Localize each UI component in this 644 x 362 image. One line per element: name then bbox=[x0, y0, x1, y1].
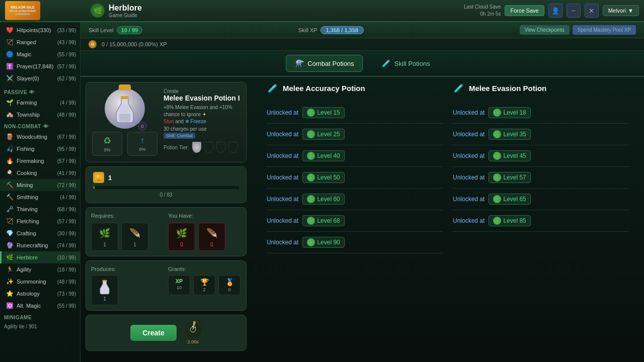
have-feather: 🪶 0 bbox=[198, 223, 225, 251]
xp-badge: 1,358 / 1,358 bbox=[320, 26, 364, 34]
minigame-section-label: MINIGAME bbox=[0, 312, 80, 322]
sidebar-item-runecrafting[interactable]: 🔮 Runecrafting (74 / 99) bbox=[0, 239, 80, 251]
sidebar-item-cooking[interactable]: 🍳 Cooking (41 / 99) bbox=[0, 167, 80, 179]
grants-items: XP 10 🏆 2 🏅 0 bbox=[168, 275, 241, 295]
content-area: Skill Level 10 / 99 Skill XP 1,358 / 1,3… bbox=[80, 22, 644, 362]
unlock-row: Unlocked at 🌿 Level 45 bbox=[453, 145, 629, 167]
sidebar-item-township[interactable]: 🏘️ Township (48 / 99) bbox=[0, 109, 80, 121]
runecrafting-icon: 🔮 bbox=[6, 241, 14, 249]
farming-icon: 🌱 bbox=[6, 99, 14, 107]
bottom-content: 0 ♻ 0% ↑ 0% bbox=[80, 77, 644, 362]
sidebar-item-magic[interactable]: 🔵 Magic (55 / 99) bbox=[0, 48, 80, 60]
magic-icon: 🔵 bbox=[6, 50, 14, 58]
mastery-orb-icon: ⊙ bbox=[89, 40, 97, 48]
unlock-row: Unlocked at 🌿 Level 50 bbox=[267, 167, 443, 189]
sidebar-item-hitpoints[interactable]: ❤️ Hitpoints(330) (33 / 99) bbox=[0, 24, 80, 36]
eye-icon[interactable]: 👁 bbox=[29, 89, 35, 95]
slayer-icon: ⚔️ bbox=[6, 74, 14, 82]
sidebar-item-woodcutting[interactable]: 🪵 Woodcutting (67 / 99) bbox=[0, 131, 80, 143]
sidebar-item-prayer[interactable]: ✝️ Prayer(17,848) (57 / 99) bbox=[0, 60, 80, 72]
mastery-bar-fill bbox=[93, 186, 95, 189]
sidebar-item-firemaking[interactable]: 🔥 Firemaking (57 / 99) bbox=[0, 155, 80, 167]
create-button[interactable]: Create bbox=[130, 325, 177, 341]
sidebar-item-fishing[interactable]: 🎣 Fishing (95 / 99) bbox=[0, 143, 80, 155]
tier-flask-2 bbox=[204, 142, 213, 153]
sidebar-item-herblore[interactable]: 🌿 Herblore (10 / 99) bbox=[0, 251, 80, 263]
level-leaf-icon: 🌿 bbox=[307, 238, 315, 246]
spend-mastery-pool-button[interactable]: Spend Mastery Pool XP bbox=[573, 25, 636, 35]
profile-dropdown[interactable]: Melvori ▼ bbox=[603, 5, 639, 16]
col2-unlock-list: Unlocked at 🌿 Level 18 Unlocked at 🌿 Lev… bbox=[453, 102, 629, 232]
sidebar-item-crafting[interactable]: 💎 Crafting (30 / 99) bbox=[0, 227, 80, 239]
melee-accuracy-column: 🧪 Melee Accuracy Potion Unlocked at 🌿 Le… bbox=[262, 82, 448, 253]
fletching-icon: 🏹 bbox=[6, 217, 14, 225]
minus-button[interactable]: − bbox=[567, 4, 581, 18]
mastery-card: 🏆 1 0 / 83 bbox=[86, 166, 247, 203]
agility-icon: 🏃 bbox=[6, 265, 14, 274]
ingredient-feather: 🪶 1 bbox=[121, 223, 148, 251]
sidebar-item-alt-magic[interactable]: 🔯 Alt. Magic (55 / 99) bbox=[0, 300, 80, 312]
force-save-button[interactable]: Force Save bbox=[505, 5, 544, 16]
skill-potion-icon: 🧪 bbox=[381, 58, 391, 68]
sidebar-item-farming[interactable]: 🌱 Farming (4 / 99) bbox=[0, 97, 80, 109]
recycle-button[interactable]: ♻ 0% bbox=[92, 132, 122, 156]
sidebar-item-astrology[interactable]: ⭐ Astrology (73 / 99) bbox=[0, 288, 80, 300]
unlock-row: Unlocked at 🌿 Level 65 bbox=[453, 189, 629, 210]
logo-area: MELVOR IDLE ATLAS of DISCOVERY EXPANSION bbox=[5, 1, 86, 20]
game-guide-label: Game Guide bbox=[109, 13, 142, 18]
sidebar-item-agility[interactable]: 🏃 Agility (18 / 99) bbox=[0, 263, 80, 276]
astrology-icon: ⭐ bbox=[6, 290, 14, 298]
gift-icon: ↑ bbox=[140, 135, 145, 146]
sidebar: ❤️ Hitpoints(330) (33 / 99) 🏹 Ranged (43… bbox=[0, 22, 80, 362]
unlock-row: Unlocked at 🌿 Level 25 bbox=[267, 124, 443, 145]
level-badge: 🌿 Level 35 bbox=[489, 129, 530, 140]
passive-section-label: PASSIVE 👁 bbox=[0, 86, 80, 97]
chevron-down-icon: ▼ bbox=[628, 8, 633, 14]
col1-title: 🧪 Melee Accuracy Potion bbox=[267, 82, 443, 94]
sidebar-item-fletching[interactable]: 🏹 Fletching (57 / 99) bbox=[0, 215, 80, 227]
create-row: Create ⏱ 2.00s bbox=[86, 315, 247, 351]
unlock-row: Unlocked at 🌿 Level 60 bbox=[267, 189, 443, 210]
level-badge: 🌿 Level 68 bbox=[302, 215, 344, 226]
skill-bar-buttons: View Checkpoints Spend Mastery Pool XP bbox=[520, 25, 636, 35]
close-button[interactable]: ✕ bbox=[585, 4, 599, 18]
tabs-row: ⚗️ Combat Potions 🧪 Skill Potions bbox=[80, 51, 644, 77]
sidebar-item-thieving[interactable]: 🗝️ Thieving (68 / 99) bbox=[0, 203, 80, 215]
mastery-bar-track bbox=[93, 186, 239, 189]
tab-combat-potions[interactable]: ⚗️ Combat Potions bbox=[286, 55, 363, 72]
combat-potion-icon: ⚗️ bbox=[294, 58, 304, 68]
eye2-icon[interactable]: 👁 bbox=[43, 124, 49, 129]
unlock-row: Unlocked at 🌿 Level 15 bbox=[267, 102, 443, 124]
herblore-icon: 🌿 bbox=[6, 253, 14, 261]
right-panel: 🧪 Melee Accuracy Potion Unlocked at 🌿 Le… bbox=[252, 77, 644, 362]
svg-rect-0 bbox=[121, 96, 129, 99]
tier-flask-1 bbox=[192, 142, 201, 153]
sidebar-item-summoning[interactable]: ✨ Summoning (48 / 99) bbox=[0, 276, 80, 288]
sidebar-item-mining[interactable]: ⛏️ Mining (72 / 99) bbox=[0, 179, 80, 191]
gift-button[interactable]: ↑ 0% bbox=[127, 132, 157, 156]
svg-rect-1 bbox=[103, 280, 107, 282]
grants-column: Grants: XP 10 🏆 2 bbox=[168, 266, 241, 305]
ranged-icon: 🏹 bbox=[6, 38, 14, 46]
cloud-save-info: Last Cloud Save 0h 2m 5s bbox=[464, 4, 501, 18]
potion-count-badge: 0 bbox=[138, 122, 147, 131]
view-checkpoints-button[interactable]: View Checkpoints bbox=[520, 25, 570, 35]
tab-skill-potions[interactable]: 🧪 Skill Potions bbox=[373, 55, 439, 72]
smithing-icon: 🔨 bbox=[6, 193, 14, 201]
agility-ite-label: Agility Ite / 901 bbox=[0, 322, 80, 331]
have-feather-icon: 🪶 bbox=[205, 226, 219, 240]
level-pill: 10 / 99 bbox=[117, 26, 143, 34]
grant-trophy2-box: 🏅 0 bbox=[218, 275, 240, 295]
level-leaf-icon: 🌿 bbox=[307, 195, 315, 203]
sidebar-item-slayer[interactable]: ⚔️ Slayer(0) (62 / 99) bbox=[0, 72, 80, 84]
sidebar-item-ranged[interactable]: 🏹 Ranged (43 / 99) bbox=[0, 36, 80, 48]
person-icon-button[interactable]: 👤 bbox=[548, 4, 562, 18]
ingredient-herb: 🌿 1 bbox=[91, 223, 118, 251]
level-badge: 🌿 Level 90 bbox=[302, 237, 344, 248]
mastery-xp-row: 🏆 1 bbox=[93, 172, 239, 183]
potion-tier-row: Potion Tier: bbox=[164, 142, 240, 153]
unlock-row: Unlocked at 🌿 Level 35 bbox=[453, 124, 629, 145]
sidebar-item-smithing[interactable]: 🔨 Smithing (4 / 99) bbox=[0, 191, 80, 203]
herb-icon: 🌿 bbox=[98, 226, 112, 240]
tier-flask-4 bbox=[228, 142, 237, 153]
